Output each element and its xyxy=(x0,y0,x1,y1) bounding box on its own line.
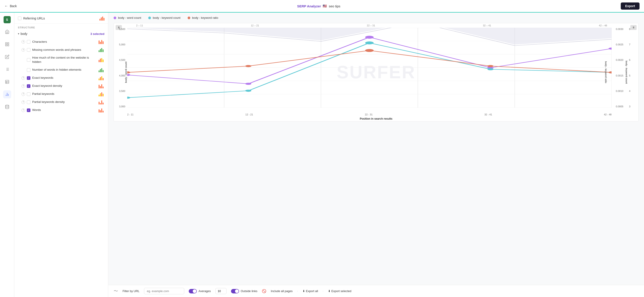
legend-dot-keyword-count xyxy=(148,16,151,19)
exact-keyword-density-checkbox[interactable] xyxy=(27,84,30,88)
icon-sidebar: S xyxy=(0,12,14,297)
question-icon[interactable]: ? xyxy=(22,76,25,80)
svg-rect-0 xyxy=(5,43,7,44)
nav-home-icon[interactable] xyxy=(3,28,11,36)
list-item[interactable]: Number of words in hidden elements xyxy=(18,66,104,74)
list-item[interactable]: ? Words xyxy=(18,106,104,114)
list-item[interactable]: How much of the content on the website i… xyxy=(18,54,104,66)
structure-section: STRUCTURE ▾ body 3 selected ? Characters xyxy=(14,24,108,115)
body-header[interactable]: ▾ body 3 selected xyxy=(18,31,104,37)
word-count-dot xyxy=(608,48,612,50)
export-all-button[interactable]: ⬇ Export all xyxy=(302,290,318,293)
list-item[interactable]: ? Characters xyxy=(18,38,104,46)
range-label-3: 22 – 31 xyxy=(367,24,375,27)
averages-toggle[interactable] xyxy=(189,289,197,294)
keyword-count-dot xyxy=(365,41,374,44)
keyword-ratio-dot xyxy=(245,65,251,67)
outside-links-toggle-knob xyxy=(235,290,238,293)
question-icon[interactable]: ? xyxy=(22,84,25,88)
left-panel: Referring URLs STRUCTURE ▾ body 3 select… xyxy=(14,12,108,297)
hidden-words-chart xyxy=(98,68,104,72)
y-left-5500: 5,500 xyxy=(119,28,125,30)
characters-label: Characters xyxy=(32,40,97,44)
missing-words-checkbox[interactable] xyxy=(27,48,30,52)
hidden-content-label: How much of the content on the website i… xyxy=(32,56,97,64)
question-icon[interactable]: ? xyxy=(22,100,25,104)
partial-keywords-label: Partial keywords xyxy=(32,92,97,96)
averages-toggle-group: Averages xyxy=(189,289,211,294)
nav-database-icon[interactable] xyxy=(3,103,11,111)
legend-keyword-ratio: body - keyword ratio xyxy=(188,16,218,20)
keyword-ratio-dot xyxy=(608,71,612,73)
list-item[interactable]: ? Partial keywords density xyxy=(18,98,104,106)
nav-grid-icon[interactable] xyxy=(3,40,11,48)
serp-analyzer-title: SERP Analyzer xyxy=(297,4,321,8)
hidden-content-checkbox[interactable] xyxy=(27,58,30,62)
keyword-ratio-dot xyxy=(127,71,130,73)
body-selected-count: 3 selected xyxy=(90,32,104,36)
word-count-dot xyxy=(245,83,251,85)
nav-chart-icon[interactable] xyxy=(3,90,11,98)
referring-urls-checkbox[interactable] xyxy=(18,16,22,20)
y-right2-5: 5 xyxy=(629,74,630,77)
body-label: body xyxy=(20,32,27,36)
averages-value-input[interactable] xyxy=(215,288,226,294)
question-icon[interactable]: ? xyxy=(22,92,25,96)
avatar: S xyxy=(4,16,11,23)
nav-list-icon[interactable] xyxy=(3,65,11,73)
hidden-words-checkbox[interactable] xyxy=(27,68,30,72)
list-item[interactable]: ? Exact keyword density xyxy=(18,82,104,90)
nav-edit-icon[interactable] xyxy=(3,53,11,61)
outside-links-toggle-group: Outside links xyxy=(231,289,258,294)
characters-checkbox[interactable] xyxy=(27,40,30,44)
word-count-dot xyxy=(127,74,130,76)
question-icon[interactable]: ? xyxy=(22,108,25,112)
y-left-4500: 4,500 xyxy=(119,58,125,61)
nav-table-icon[interactable] xyxy=(3,78,11,86)
svg-point-17 xyxy=(5,105,9,106)
keyword-ratio-dot xyxy=(488,65,494,67)
question-icon[interactable]: ? xyxy=(22,48,25,52)
x-label-3: 22 - 31 xyxy=(365,113,372,116)
exact-keywords-chart xyxy=(98,76,104,80)
filter-url-input[interactable] xyxy=(144,288,184,294)
partial-keywords-checkbox[interactable] xyxy=(27,92,30,96)
averages-label: Averages xyxy=(198,290,211,293)
range-label-4: 32 – 41 xyxy=(483,24,491,27)
body-chevron-icon: ▾ xyxy=(18,32,19,35)
partial-keywords-density-checkbox[interactable] xyxy=(27,100,30,104)
y-right1-0030: 0.0030 xyxy=(616,28,624,30)
list-item[interactable]: ? Partial keywords xyxy=(18,90,104,98)
referring-urls-label: Referring URLs xyxy=(23,16,45,20)
export-selected-label: Export selected xyxy=(332,290,352,293)
export-all-icon: ⬇ xyxy=(302,290,305,293)
keyword-text: seo tips xyxy=(329,4,340,8)
keyword-count-dot xyxy=(127,96,130,99)
structure-label: STRUCTURE xyxy=(18,26,104,29)
y-right1-0025: 0.0025 xyxy=(616,43,624,46)
question-icon[interactable]: ? xyxy=(22,40,25,44)
chart-area: body - word count body - keyword count b… xyxy=(108,12,644,285)
wave-icon: 〜 xyxy=(114,288,118,294)
legend-dot-word-count xyxy=(114,16,116,19)
partial-keywords-chart xyxy=(98,92,104,96)
flag-icon: 🇺🇸 xyxy=(323,4,327,8)
characters-chart xyxy=(98,40,104,44)
y-left-axis-title: body - word count xyxy=(124,62,127,83)
legend-label-keyword-count: body - keyword count xyxy=(153,16,180,20)
export-selected-button[interactable]: ⬇ Export selected xyxy=(328,290,352,293)
y-axis-right-2: 8 7 6 5 4 3 xyxy=(628,28,638,108)
words-checkbox[interactable] xyxy=(27,108,30,112)
exact-keyword-density-label: Exact keyword density xyxy=(32,84,97,88)
list-item[interactable]: ? Exact keywords xyxy=(18,74,104,82)
eye-slash-icon: 🚫 xyxy=(262,289,266,293)
page-title-area: SERP Analyzer 🇺🇸 seo tips xyxy=(297,4,340,8)
back-button[interactable]: ← Back xyxy=(4,4,17,8)
export-button[interactable]: Export xyxy=(621,2,640,10)
svg-rect-10 xyxy=(5,80,9,84)
outside-links-toggle[interactable] xyxy=(231,289,239,294)
list-item[interactable]: ? Missing common words and phrases xyxy=(18,46,104,54)
exact-keywords-checkbox[interactable] xyxy=(27,76,30,80)
chart-svg xyxy=(127,28,612,108)
y-right2-6: 6 xyxy=(629,58,630,61)
